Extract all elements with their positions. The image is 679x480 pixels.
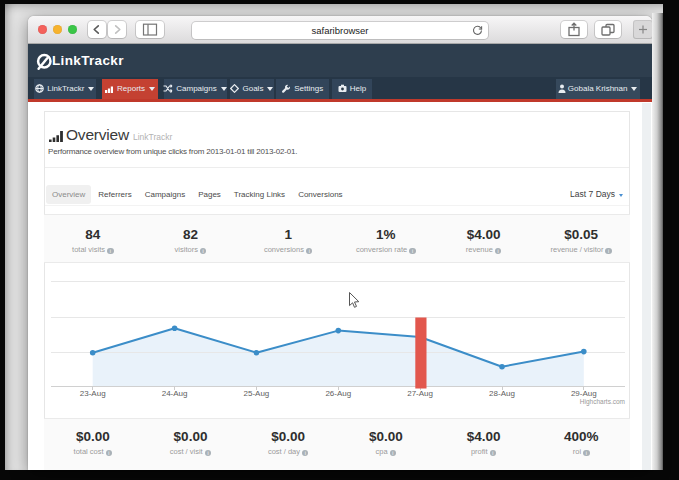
svg-text:27-Aug: 27-Aug xyxy=(407,389,433,398)
svg-text:28-Aug: 28-Aug xyxy=(489,389,515,398)
svg-text:Highcharts.com: Highcharts.com xyxy=(580,398,625,406)
svg-text:25-Aug: 25-Aug xyxy=(244,389,270,398)
svg-text:26-Aug: 26-Aug xyxy=(325,389,351,398)
svg-text:29-Aug: 29-Aug xyxy=(571,389,597,398)
svg-text:24-Aug: 24-Aug xyxy=(162,389,188,398)
svg-text:23-Aug: 23-Aug xyxy=(80,389,106,398)
